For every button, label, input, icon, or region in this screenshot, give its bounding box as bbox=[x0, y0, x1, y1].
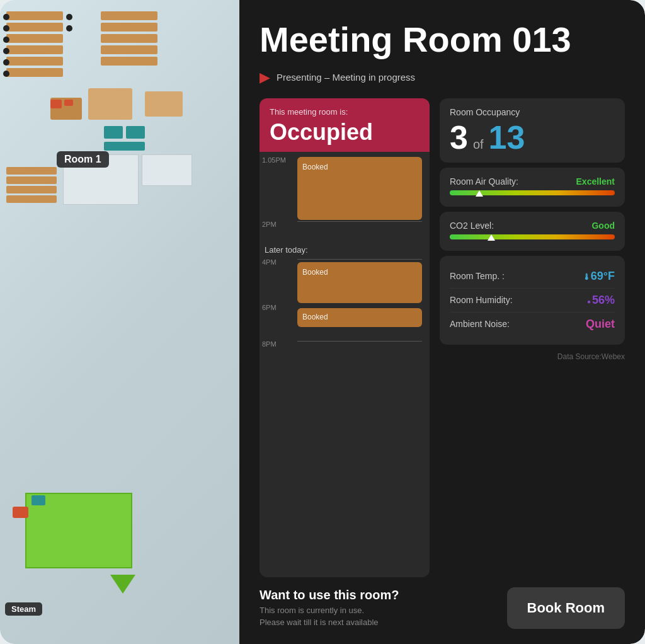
noise-value: Quiet bbox=[586, 318, 615, 331]
orange-block bbox=[64, 100, 73, 106]
later-today-label: Later today: bbox=[265, 245, 308, 255]
teal-accent bbox=[31, 495, 45, 505]
info-panel: Meeting Room 013 ▶ Presenting – Meeting … bbox=[239, 0, 645, 644]
want-desc: This room is currently in use. Please wa… bbox=[260, 605, 497, 628]
desk bbox=[101, 34, 157, 43]
co2-gauge bbox=[450, 234, 615, 239]
steam-label: Steam bbox=[5, 602, 42, 616]
air-quality-row: Room Air Quality: Excellent bbox=[450, 176, 615, 187]
occupancy-title: Room Occupancy bbox=[450, 107, 615, 117]
chair bbox=[66, 14, 72, 20]
room-title: Meeting Room 013 bbox=[260, 20, 625, 59]
status-bar: ▶ Presenting – Meeting in progress bbox=[260, 69, 625, 86]
chair bbox=[3, 14, 9, 20]
room1-label: Room 1 bbox=[57, 151, 109, 168]
teal-block bbox=[104, 142, 145, 151]
status-text: Presenting – Meeting in progress bbox=[277, 72, 415, 83]
book-room-button[interactable]: Book Room bbox=[507, 587, 625, 629]
building-block bbox=[145, 91, 183, 117]
desk bbox=[6, 176, 57, 184]
desk bbox=[101, 23, 157, 32]
orange-accent bbox=[13, 507, 28, 518]
presenting-icon: ▶ bbox=[260, 69, 270, 86]
time-6pm: 6PM bbox=[262, 304, 277, 311]
isometric-scene: Room 1 Steam bbox=[0, 0, 239, 644]
want-to-use-section: Want to use this room? This room is curr… bbox=[260, 588, 497, 628]
chair bbox=[3, 37, 9, 43]
orange-block bbox=[50, 100, 62, 108]
occ-current: 3 bbox=[450, 121, 468, 154]
air-quality-label: Room Air Quality: bbox=[450, 176, 518, 187]
desk bbox=[6, 167, 57, 175]
humidity-label: Room Humidity: bbox=[450, 295, 513, 305]
teal-block bbox=[104, 126, 123, 139]
green-arrow bbox=[110, 575, 135, 594]
desk bbox=[6, 34, 63, 43]
data-source: Data Source:Webex bbox=[440, 352, 625, 361]
occ-total: 13 bbox=[489, 121, 525, 154]
time-1.05pm: 1.05PM bbox=[262, 157, 286, 164]
air-quality-card: Room Air Quality: Excellent bbox=[440, 168, 625, 207]
occupied-status: Occupied bbox=[270, 119, 420, 146]
desk bbox=[6, 45, 63, 54]
co2-value: Good bbox=[591, 221, 615, 231]
schedule-area: 1.05PM Booked 2PM Later today: 4PM bbox=[260, 152, 430, 577]
time-2pm: 2PM bbox=[262, 221, 277, 228]
temp-value: 🌡69°F bbox=[583, 270, 615, 283]
chair bbox=[3, 71, 9, 77]
humidity-row: Room Humidity: ●56% bbox=[450, 289, 615, 313]
desk bbox=[101, 57, 157, 66]
teal-block bbox=[126, 126, 145, 139]
schedule-column: This meeting room is: Occupied 1.05PM Bo… bbox=[260, 98, 430, 577]
air-quality-value: Excellent bbox=[576, 176, 615, 187]
occupied-label: This meeting room is: bbox=[270, 107, 420, 117]
bottom-bar: Want to use this room? This room is curr… bbox=[260, 587, 625, 629]
booking-later-2-label: Booked bbox=[302, 313, 328, 321]
desk bbox=[101, 45, 157, 54]
metrics-column: Room Occupancy 3 of 13 Room Air Quality:… bbox=[440, 98, 625, 577]
noise-row: Ambient Noise: Quiet bbox=[450, 313, 615, 336]
map-panel: Room 1 Steam bbox=[0, 0, 239, 644]
booking-later-1: Booked bbox=[297, 262, 422, 303]
wall-room bbox=[142, 154, 192, 186]
temp-label: Room Temp. : bbox=[450, 271, 505, 281]
time-8pm: 8PM bbox=[262, 341, 277, 348]
humidity-dot-icon: ● bbox=[587, 298, 591, 305]
air-quality-marker bbox=[476, 190, 483, 197]
chair bbox=[3, 48, 9, 54]
sensors-card: Room Temp. : 🌡69°F Room Humidity: ●56% A… bbox=[440, 256, 625, 345]
building-block bbox=[88, 88, 132, 120]
temp-row: Room Temp. : 🌡69°F bbox=[450, 265, 615, 289]
humidity-value: ●56% bbox=[587, 294, 615, 307]
divider-8pm bbox=[297, 341, 422, 342]
co2-label: CO2 Level: bbox=[450, 221, 494, 231]
desk bbox=[6, 186, 57, 193]
app-container: Room 1 Steam Meeting Room 013 ▶ Presenti… bbox=[0, 0, 645, 644]
want-title: Want to use this room? bbox=[260, 588, 497, 602]
chair bbox=[3, 59, 9, 66]
divider-2pm bbox=[297, 221, 422, 222]
booking-current-label: Booked bbox=[302, 163, 328, 171]
booking-later-2: Booked bbox=[297, 308, 422, 327]
time-4pm: 4PM bbox=[262, 259, 277, 266]
occupancy-numbers: 3 of 13 bbox=[450, 121, 615, 154]
desk bbox=[101, 11, 157, 20]
chair bbox=[3, 25, 9, 32]
desk bbox=[6, 57, 63, 66]
co2-card: CO2 Level: Good bbox=[440, 212, 625, 251]
booking-current: Booked bbox=[297, 157, 422, 220]
schedule-timeline: 1.05PM Booked 2PM Later today: 4PM bbox=[260, 152, 430, 360]
desk bbox=[6, 11, 63, 20]
occupancy-card: Room Occupancy 3 of 13 bbox=[440, 98, 625, 163]
desk bbox=[6, 195, 57, 203]
content-area: This meeting room is: Occupied 1.05PM Bo… bbox=[260, 98, 625, 577]
occupied-card: This meeting room is: Occupied bbox=[260, 98, 430, 152]
co2-row: CO2 Level: Good bbox=[450, 221, 615, 231]
divider-4pm bbox=[297, 259, 422, 260]
thermometer-icon: 🌡 bbox=[583, 272, 591, 282]
occ-of: of bbox=[473, 137, 484, 152]
chair bbox=[66, 25, 72, 32]
booking-later-1-label: Booked bbox=[302, 268, 328, 277]
noise-label: Ambient Noise: bbox=[450, 319, 510, 329]
air-quality-gauge bbox=[450, 190, 615, 195]
